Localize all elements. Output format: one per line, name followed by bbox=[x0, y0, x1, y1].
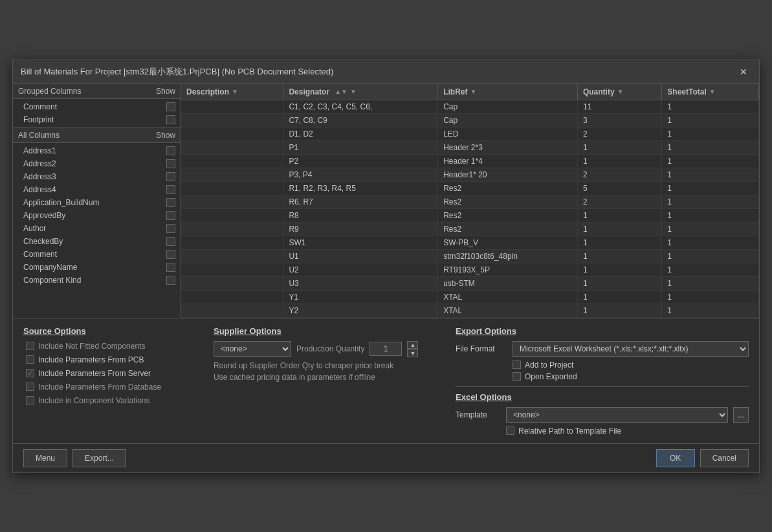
cell-libref-9: Res2 bbox=[438, 222, 578, 236]
col-item-approvedby-checkbox[interactable] bbox=[166, 211, 175, 220]
file-format-label: File Format bbox=[456, 344, 507, 353]
col-item-address3-checkbox[interactable] bbox=[166, 172, 175, 181]
quantity-filter-icon[interactable]: ▼ bbox=[617, 88, 624, 95]
menu-button[interactable]: Menu bbox=[23, 449, 67, 467]
col-item-companyname-checkbox[interactable] bbox=[166, 263, 175, 272]
col-item-address1-checkbox[interactable] bbox=[166, 146, 175, 155]
cell-libref-2: LED bbox=[438, 127, 578, 140]
opt-params-server-label: Include Parameters From Server bbox=[38, 369, 151, 378]
col-item-componentkind-checkbox[interactable] bbox=[166, 276, 175, 285]
cell-quantity-14: 1 bbox=[577, 290, 661, 304]
export-button[interactable]: Export... bbox=[72, 449, 126, 467]
cell-quantity-7: 2 bbox=[577, 195, 661, 208]
close-button[interactable]: ✕ bbox=[736, 65, 751, 78]
table-row: R6, R7Res221 bbox=[181, 195, 759, 208]
opt-params-database: Include Parameters From Database bbox=[23, 382, 198, 392]
cell-sheettotal-2: 1 bbox=[662, 127, 759, 140]
col-header-designator[interactable]: Designator ▲▼ ▼ bbox=[283, 84, 438, 100]
bom-table: Description ▼ Designator ▲▼ ▼ bbox=[181, 84, 759, 318]
cell-designator-5: P3, P4 bbox=[283, 168, 438, 181]
opt-component-variations-checkbox[interactable] bbox=[26, 396, 34, 405]
col-item-address4-label: Address4 bbox=[23, 185, 56, 194]
template-dropdown[interactable]: <none> bbox=[506, 407, 728, 423]
table-row: Y2XTAL11 bbox=[181, 304, 759, 317]
col-item-appbuildnum-label: Application_BuildNum bbox=[23, 198, 99, 207]
bom-table-container[interactable]: Description ▼ Designator ▲▼ ▼ bbox=[181, 84, 759, 318]
add-to-project-checkbox[interactable] bbox=[513, 360, 521, 369]
cell-sheettotal-7: 1 bbox=[662, 195, 759, 208]
col-item-componentkind-label: Component Kind bbox=[23, 276, 81, 285]
col-header-sheettotal[interactable]: SheetTotal ▼ bbox=[662, 84, 759, 100]
col-item-address2: Address2 bbox=[13, 157, 181, 170]
cell-description-4 bbox=[181, 154, 283, 168]
cell-libref-15: XTAL bbox=[438, 304, 578, 317]
cell-description-13 bbox=[181, 276, 283, 290]
table-row: U2RT9193X_5P11 bbox=[181, 263, 759, 276]
cell-description-9 bbox=[181, 222, 283, 236]
col-item-author-checkbox[interactable] bbox=[166, 224, 175, 233]
col-item-address2-checkbox[interactable] bbox=[166, 159, 175, 168]
designator-filter-icon[interactable]: ▼ bbox=[350, 88, 357, 95]
qty-down-btn[interactable]: ▼ bbox=[407, 349, 418, 357]
col-item-comment-checkbox[interactable] bbox=[166, 250, 175, 259]
all-columns-header: All Columns Show bbox=[13, 128, 181, 143]
col-header-description[interactable]: Description ▼ bbox=[181, 84, 283, 100]
col-item-author: Author bbox=[13, 222, 181, 235]
opt-params-database-checkbox[interactable] bbox=[26, 382, 34, 391]
template-dots-button[interactable]: ... bbox=[733, 407, 749, 423]
cell-libref-14: XTAL bbox=[438, 290, 578, 304]
options-row: Source Options Include Not Fitted Compon… bbox=[23, 326, 749, 436]
main-dialog: Bill of Materials For Project [stm32最小系统… bbox=[12, 60, 760, 473]
open-exported-checkbox[interactable] bbox=[513, 372, 521, 381]
relative-path-checkbox[interactable] bbox=[506, 427, 514, 435]
col-item-checkedby-label: CheckedBy bbox=[23, 237, 63, 246]
col-header-quantity[interactable]: Quantity ▼ bbox=[577, 84, 661, 100]
designator-sort-icon[interactable]: ▲▼ bbox=[335, 88, 347, 95]
qty-spinners: ▲ ▼ bbox=[407, 341, 418, 357]
cell-description-0 bbox=[181, 100, 283, 113]
open-exported-row: Open Exported bbox=[513, 372, 749, 381]
opt-params-server-checkbox[interactable] bbox=[26, 369, 34, 377]
cell-description-15 bbox=[181, 304, 283, 317]
cell-sheettotal-11: 1 bbox=[662, 249, 759, 263]
cell-quantity-12: 1 bbox=[577, 263, 661, 276]
production-qty-label: Production Quantity bbox=[296, 344, 364, 353]
col-item-checkedby-checkbox[interactable] bbox=[166, 237, 175, 246]
cell-quantity-5: 2 bbox=[577, 168, 661, 181]
grouped-columns-list: Comment Footprint bbox=[13, 99, 181, 127]
cell-sheettotal-8: 1 bbox=[662, 208, 759, 222]
export-options-section: Export Options File Format Microsoft Exc… bbox=[456, 326, 749, 436]
cell-libref-12: RT9193X_5P bbox=[438, 263, 578, 276]
col-item-address4-checkbox[interactable] bbox=[166, 185, 175, 194]
col-item-address1-label: Address1 bbox=[23, 146, 56, 155]
cell-designator-8: R8 bbox=[283, 208, 438, 222]
col-item-comment-label: Comment bbox=[23, 250, 57, 259]
production-qty-input[interactable] bbox=[369, 342, 402, 356]
cell-sheettotal-4: 1 bbox=[662, 154, 759, 168]
table-row: U3usb-STM11 bbox=[181, 276, 759, 290]
sheettotal-filter-icon[interactable]: ▼ bbox=[709, 88, 716, 95]
cell-description-8 bbox=[181, 208, 283, 222]
cell-quantity-1: 3 bbox=[577, 113, 661, 127]
open-exported-label: Open Exported bbox=[525, 372, 577, 381]
cell-libref-6: Res2 bbox=[438, 181, 578, 195]
ok-button[interactable]: OK bbox=[656, 449, 695, 467]
col-item-componentkind: Component Kind bbox=[13, 274, 181, 287]
col-item-appbuildnum-checkbox[interactable] bbox=[166, 198, 175, 207]
opt-not-fitted-checkbox[interactable] bbox=[26, 342, 34, 350]
opt-params-pcb-checkbox[interactable] bbox=[26, 355, 34, 364]
supplier-select-row: <none> Production Quantity ▲ ▼ bbox=[214, 341, 440, 357]
col-header-libref[interactable]: LibRef ▼ bbox=[438, 84, 578, 100]
grouped-item-comment-checkbox[interactable] bbox=[166, 102, 175, 111]
cell-designator-10: SW1 bbox=[283, 236, 438, 249]
grouped-item-footprint-checkbox[interactable] bbox=[166, 115, 175, 124]
file-format-dropdown[interactable]: Microsoft Excel Worksheet (*.xls;*.xlsx;… bbox=[513, 341, 749, 357]
supplier-dropdown[interactable]: <none> bbox=[214, 341, 291, 357]
libref-filter-icon[interactable]: ▼ bbox=[470, 88, 476, 95]
cell-description-2 bbox=[181, 127, 283, 140]
cancel-button[interactable]: Cancel bbox=[700, 449, 749, 467]
qty-up-btn[interactable]: ▲ bbox=[407, 341, 418, 349]
description-filter-icon[interactable]: ▼ bbox=[232, 88, 238, 95]
source-options-title: Source Options bbox=[23, 326, 198, 336]
col-item-address3: Address3 bbox=[13, 170, 181, 183]
